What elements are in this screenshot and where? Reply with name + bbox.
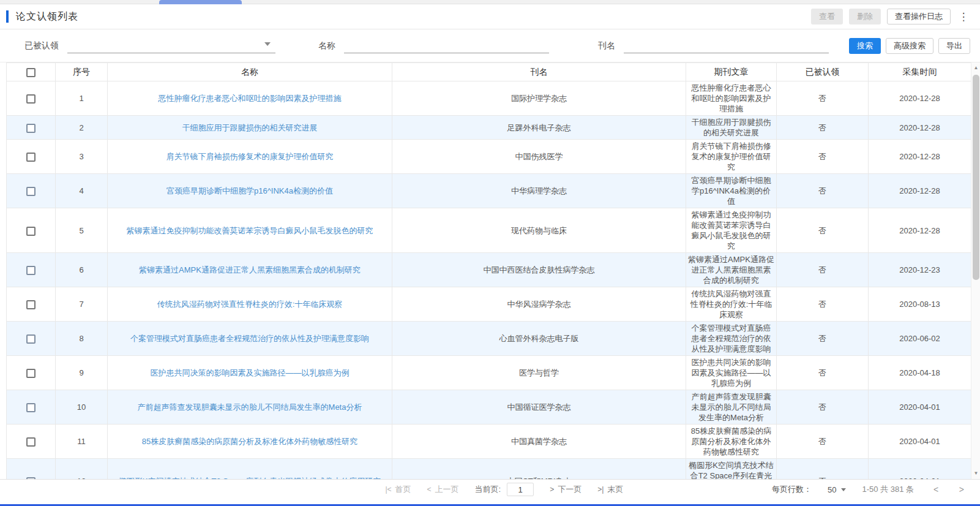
name-filter-label: 名称 [318,40,335,51]
paper-title-link[interactable]: 紫铆素通过免疫抑制功能改善莫诺苯宗诱导白癜风小鼠毛发脱色的研究 [127,226,373,235]
collect-date: 2020-04-01 [869,425,971,459]
journal-filter-input[interactable] [624,39,829,53]
paper-title-link[interactable]: 宫颈癌早期诊断中细胞学p16^INK4a检测的价值 [166,186,333,195]
claimed-status: 否 [777,81,869,116]
range-prev-icon[interactable]: < [930,485,942,494]
collect-date: 2020-12-23 [869,253,971,287]
claimed-status: 否 [777,459,869,480]
table-row: 6 紫铆素通过AMPK通路促进正常人黑素细胞黑素合成的机制研究 中国中西医结合皮… [7,253,971,287]
row-checkbox[interactable] [26,94,36,104]
collect-date: 2020-04-01 [869,459,971,480]
scrollbar-thumb[interactable] [973,75,979,280]
row-number: 6 [56,253,108,287]
current-page-input[interactable] [507,483,534,496]
row-checkbox-cell [7,140,56,174]
collect-date: 2020-12-28 [869,81,971,116]
range-next-icon[interactable]: > [956,485,968,494]
browser-top-strip [0,0,980,4]
view-log-button[interactable]: 查看操作日志 [887,9,951,25]
claimed-status: 否 [777,425,869,459]
last-page-button[interactable]: >| 末页 [597,484,623,495]
browser-tab-indicator[interactable] [159,0,242,4]
journal-article: 传统抗风湿药物对强直性脊柱炎的疗效:十年临床观察 [686,287,777,322]
paper-title-link[interactable]: 肩关节镜下肩袖损伤修复术的康复护理价值研究 [166,152,334,161]
pagination-bar: |< 首页 < 上一页 当前页: > 下一页 >| 末页 每页行数： [0,479,980,499]
journal-name: 国际护理学杂志 [392,81,686,116]
col-header-date: 采集时间 [869,63,971,81]
scroll-down-icon[interactable]: ▼ [971,469,980,478]
rows-per-page-label: 每页行数： [772,484,812,495]
paper-title-link[interactable]: 85株皮肤癣菌感染的病原菌分析及标准化体外药物敏感性研究 [142,437,357,446]
vertical-scrollbar[interactable]: ▲ ▼ [971,62,980,479]
prev-page-button[interactable]: < 上一页 [427,484,459,495]
table-row: 5 紫铆素通过免疫抑制功能改善莫诺苯宗诱导白癜风小鼠毛发脱色的研究 现代药物与临… [7,208,971,253]
row-checkbox[interactable] [26,403,36,412]
table-row: 12 椭圆形K空间填充技术结合T2 Space序列在青光眼视神经成像中的应用研究… [7,459,971,480]
next-page-button[interactable]: > 下一页 [550,484,582,495]
claimed-status: 否 [777,287,869,322]
row-checkbox[interactable] [26,300,36,309]
row-checkbox-cell [7,425,56,459]
name-filter-input[interactable] [344,39,549,53]
export-button[interactable]: 导出 [938,38,970,54]
table-body: 1 恶性肿瘤化疗患者恶心和呕吐的影响因素及护理措施 国际护理学杂志 恶性肿瘤化疗… [7,81,971,480]
row-number: 10 [56,390,108,425]
current-page-label: 当前页: [475,484,501,495]
row-checkbox[interactable] [26,437,36,447]
paper-title-link[interactable]: 产前超声筛查发现胆囊未显示的胎儿不同结局发生率的Meta分析 [138,402,362,412]
paper-title-link[interactable]: 个案管理模式对直肠癌患者全程规范治疗的依从性及护理满意度影响 [130,334,369,343]
journal-article: 医护患共同决策的影响因素及实施路径——以乳腺癌为例 [686,356,777,390]
table-area: 序号 名称 刊名 期刊文章 已被认领 采集时间 1 恶性肿瘤化疗患者恶心和呕吐的… [0,62,980,479]
app-window: 论文认领列表 查看 删除 查看操作日志 ⋮ 已被认领 名称 刊名 搜索 高级搜索… [0,0,980,506]
scroll-up-icon[interactable]: ▲ [971,64,980,72]
filter-bar: 已被认领 名称 刊名 搜索 高级搜索 导出 [0,29,980,62]
collect-date: 2020-12-28 [869,208,971,253]
journal-article: 产前超声筛查发现胆囊未显示的胎儿不同结局发生率的Meta分析 [686,390,777,425]
claimed-status: 否 [777,356,869,390]
paper-name-cell: 医护患共同决策的影响因素及实施路径——以乳腺癌为例 [108,356,392,390]
delete-button[interactable]: 删除 [849,9,881,25]
row-number: 2 [56,116,108,140]
collect-date: 2020-08-13 [869,287,971,322]
more-options-icon[interactable]: ⋮ [957,10,970,23]
collect-date: 2020-06-02 [869,322,971,356]
row-checkbox[interactable] [26,124,36,133]
journal-name: 现代药物与临床 [392,208,686,253]
row-number: 5 [56,208,108,253]
table-row: 3 肩关节镜下肩袖损伤修复术的康复护理价值研究 中国伤残医学 肩关节镜下肩袖损伤… [7,140,971,174]
first-page-button[interactable]: |< 首页 [385,484,411,495]
row-checkbox[interactable] [26,187,36,196]
journal-article: 85株皮肤癣菌感染的病原菌分析及标准化体外药物敏感性研究 [686,425,777,459]
bottom-edge-bar [0,499,980,506]
paper-title-link[interactable]: 干细胞应用于跟腱损伤的相关研究进展 [182,123,318,132]
paper-title-link[interactable]: 传统抗风湿药物对强直性脊柱炎的疗效:十年临床观察 [157,300,343,309]
claimed-filter-select[interactable] [67,39,275,53]
paper-title-link[interactable]: 紫铆素通过AMPK通路促进正常人黑素细胞黑素合成的机制研究 [139,265,361,274]
row-checkbox[interactable] [26,153,36,162]
journal-article: 紫铆素通过AMPK通路促进正常人黑素细胞黑素合成的机制研究 [686,253,777,287]
page-title: 论文认领列表 [16,10,78,23]
row-checkbox[interactable] [26,334,36,344]
filter-actions: 搜索 高级搜索 导出 [849,38,970,54]
select-all-checkbox[interactable] [26,68,36,77]
row-checkbox[interactable] [26,266,36,275]
advanced-search-button[interactable]: 高级搜索 [886,38,933,54]
journal-name: 中华病理学杂志 [392,174,686,208]
journal-article: 紫铆素通过免疫抑制功能改善莫诺苯宗诱导白癜风小鼠毛发脱色的研究 [686,208,777,253]
paper-title-link[interactable]: 医护患共同决策的影响因素及实施路径——以乳腺癌为例 [151,368,350,377]
row-checkbox-cell [7,322,56,356]
search-button[interactable]: 搜索 [849,38,881,54]
row-checkbox-cell [7,81,56,116]
next-page-icon: > [550,485,554,494]
paper-name-cell: 传统抗风湿药物对强直性脊柱炎的疗效:十年临床观察 [108,287,392,322]
collect-date: 2020-12-28 [869,116,971,140]
rows-per-page-select[interactable]: 每页行数： 50 [772,484,846,495]
row-checkbox[interactable] [26,369,36,378]
view-button[interactable]: 查看 [811,9,843,25]
table-row: 7 传统抗风湿药物对强直性脊柱炎的疗效:十年临床观察 中华风湿病学杂志 传统抗风… [7,287,971,322]
header-actions: 查看 删除 查看操作日志 ⋮ [811,9,970,25]
row-checkbox-cell [7,459,56,480]
claimed-status: 否 [777,390,869,425]
row-checkbox[interactable] [26,227,36,236]
paper-title-link[interactable]: 恶性肿瘤化疗患者恶心和呕吐的影响因素及护理措施 [159,94,342,103]
